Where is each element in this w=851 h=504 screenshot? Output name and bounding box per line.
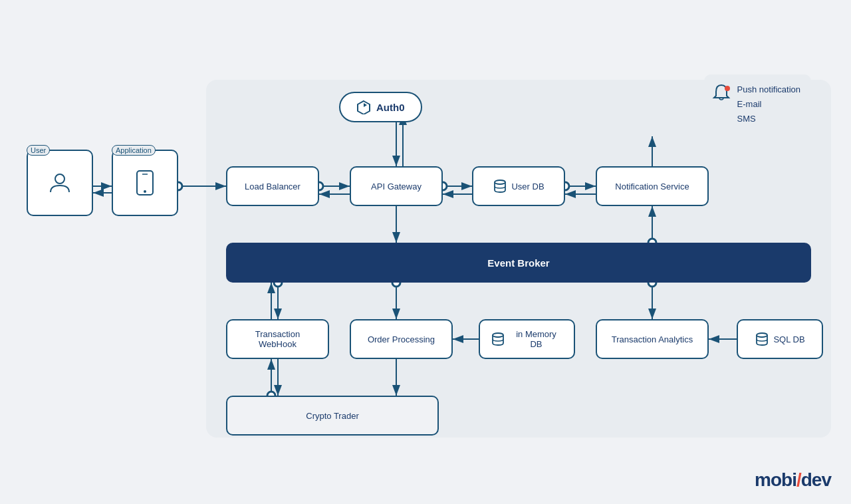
load-balancer-node: Load Balancer (226, 166, 319, 206)
in-memory-db-label: in Memory DB (509, 329, 563, 349)
auth0-node: Auth0 (339, 92, 422, 122)
user-node (27, 150, 93, 216)
svg-point-35 (757, 333, 767, 337)
svg-point-33 (495, 180, 505, 184)
api-gateway-node: API Gateway (350, 166, 443, 206)
phone-icon (136, 170, 154, 196)
user-db-box: User DB (472, 166, 565, 206)
svg-point-28 (144, 190, 146, 193)
user-db-node: User DB (472, 166, 565, 206)
user-icon (48, 171, 72, 195)
notification-info-box: Push notification E-mail SMS (704, 74, 811, 134)
api-gateway-box: API Gateway (350, 166, 443, 206)
sql-db-node: SQL DB (737, 319, 823, 359)
svg-point-34 (493, 333, 503, 337)
notification-service-label: Notification Service (615, 182, 689, 191)
sql-db-label: SQL DB (773, 334, 804, 344)
order-processing-box: Order Processing (350, 319, 453, 359)
load-balancer-label: Load Balancer (245, 182, 301, 191)
user-label: User (27, 145, 50, 156)
svg-point-32 (725, 86, 730, 91)
crypto-trader-node: Crypto Trader (226, 396, 439, 436)
api-gateway-label: API Gateway (371, 182, 422, 191)
user-db-label: User DB (511, 182, 544, 191)
db-icon (493, 179, 507, 193)
in-memory-db-node: in Memory DB (479, 319, 575, 359)
event-broker-label: Event Broker (487, 257, 549, 269)
in-memory-db-box: in Memory DB (479, 319, 575, 359)
auth0-label: Auth0 (376, 102, 405, 113)
sqldb-icon (755, 332, 769, 346)
bell-icon (711, 82, 732, 104)
order-processing-label: Order Processing (368, 334, 435, 344)
memdb-icon (491, 332, 505, 346)
transaction-analytics-node: Transaction Analytics (596, 319, 709, 359)
notif-line1: Push notification (737, 82, 800, 97)
notif-line3: SMS (737, 112, 800, 126)
application-label: Application (112, 145, 156, 156)
notification-service-node: Notification Service (596, 166, 709, 206)
auth0-icon (356, 100, 371, 114)
sql-db-box: SQL DB (737, 319, 823, 359)
mobidev-logo: mobi/dev (755, 469, 831, 491)
event-broker-node: Event Broker (226, 243, 811, 283)
transaction-analytics-label: Transaction Analytics (612, 334, 693, 344)
notification-service-box: Notification Service (596, 166, 709, 206)
svg-marker-31 (364, 103, 367, 107)
logo-slash: / (796, 469, 801, 490)
application-node (112, 150, 178, 216)
logo-text2: dev (801, 469, 831, 490)
logo-text1: mobi (755, 469, 796, 490)
order-processing-node: Order Processing (350, 319, 453, 359)
transaction-webhook-box: Transaction WebHook (226, 319, 329, 359)
load-balancer-box: Load Balancer (226, 166, 319, 206)
crypto-trader-label: Crypto Trader (306, 411, 358, 421)
transaction-webhook-label: Transaction WebHook (238, 329, 317, 349)
transaction-analytics-box: Transaction Analytics (596, 319, 709, 359)
notif-line2: E-mail (737, 97, 800, 112)
transaction-webhook-node: Transaction WebHook (226, 319, 329, 359)
crypto-trader-box: Crypto Trader (226, 396, 439, 436)
svg-point-26 (55, 174, 64, 184)
diagram-area: User Application Auth0 Push notification… (13, 27, 838, 477)
